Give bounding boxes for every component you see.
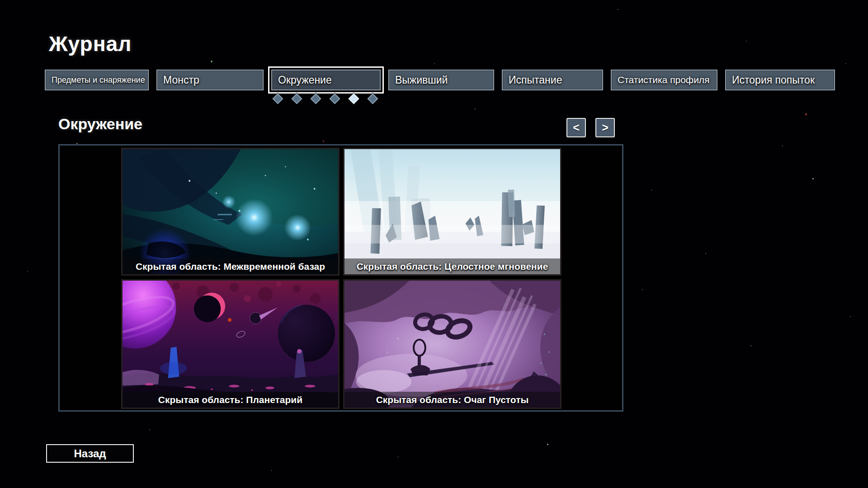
card-art-teal-cave (123, 149, 338, 274)
tab-environment[interactable]: Окружение (271, 70, 381, 90)
prev-page-button[interactable]: < (566, 118, 586, 137)
next-page-button[interactable]: > (595, 118, 615, 137)
card-hidden-area-moment[interactable]: Скрытая область: Целостное мгновение (343, 148, 561, 276)
card-caption: Скрытая область: Планетарий (123, 392, 338, 408)
tab-monster[interactable]: Монстр (156, 70, 264, 90)
page-diamond-2 (291, 93, 302, 104)
tab-profile-stats[interactable]: Статистика профиля (611, 70, 717, 90)
page-diamond-6 (367, 93, 378, 104)
tab-survivor[interactable]: Выживший (388, 70, 494, 90)
page-diamond-3 (310, 93, 321, 104)
card-hidden-area-bazaar[interactable]: Скрытая область: Межвременной базар (121, 148, 340, 276)
section-title: Окружение (58, 115, 142, 133)
selected-tab-ring: Окружение (268, 66, 384, 94)
back-button[interactable]: Назад (46, 444, 134, 463)
card-art-purple-planets (123, 281, 338, 408)
page-diamond-4 (329, 93, 340, 104)
page-indicator (274, 95, 377, 103)
page-title: Журнал (49, 32, 132, 56)
tab-attempt-history[interactable]: История попыток (725, 70, 835, 90)
card-art-void-cave (344, 281, 560, 408)
card-caption: Скрытая область: Межвременной базар (123, 258, 338, 274)
journal-tabbar: Предметы и снаряжение Монстр Окружение В… (45, 70, 835, 90)
card-caption: Скрытая область: Целостное мгновение (344, 258, 560, 274)
journal-screen: { "title": "Журнал", "tabs": [ {"label":… (0, 0, 868, 488)
card-art-white-monoliths (344, 149, 560, 274)
card-hidden-area-void-hearth[interactable]: Скрытая область: Очаг Пустоты (343, 279, 561, 409)
page-diamond-1 (272, 93, 283, 104)
card-caption: Скрытая область: Очаг Пустоты (344, 392, 560, 408)
card-hidden-area-planetarium[interactable]: Скрытая область: Планетарий (121, 279, 340, 409)
tab-trial[interactable]: Испытание (502, 70, 603, 90)
tab-items-equipment[interactable]: Предметы и снаряжение (45, 70, 149, 90)
environment-card-grid: Скрытая область: Межвременной базар (121, 148, 561, 409)
page-diamond-5 (348, 93, 359, 104)
